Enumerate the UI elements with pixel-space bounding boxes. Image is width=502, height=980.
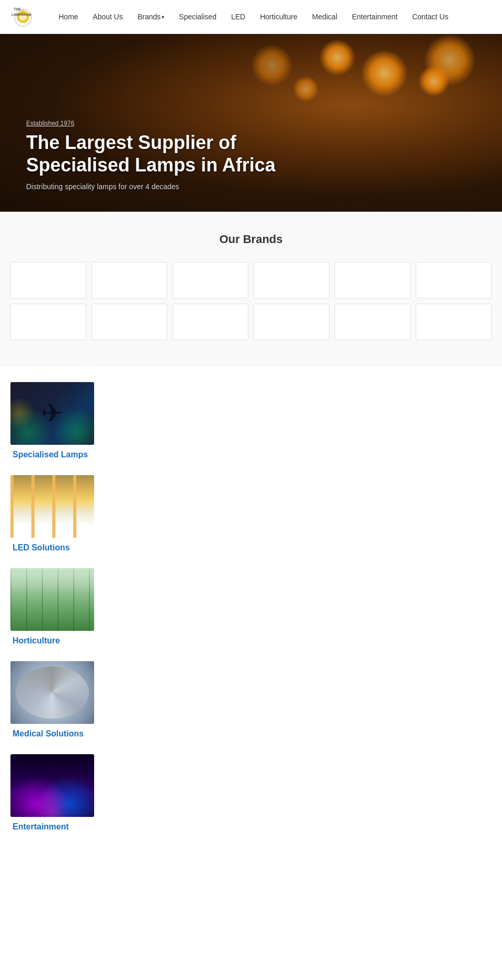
svg-text:THE: THE <box>14 7 21 11</box>
brand-logo-3[interactable] <box>173 262 248 298</box>
brands-section: Our Brands <box>0 212 502 366</box>
product-label-entertainment[interactable]: Entertainment <box>10 822 69 832</box>
chevron-down-icon: ▾ <box>162 14 164 20</box>
site-header: THE LAMPHOUSE Home About Us Brands ▾ Spe… <box>0 0 502 34</box>
bulb-decoration <box>251 44 293 86</box>
nav-horticulture[interactable]: Horticulture <box>253 8 305 25</box>
bulb-decoration <box>361 50 408 97</box>
logo[interactable]: THE LAMPHOUSE <box>10 4 36 29</box>
product-medical: Medical Solutions <box>10 661 492 739</box>
logo-icon: THE LAMPHOUSE <box>10 4 36 29</box>
nav-medical[interactable]: Medical <box>305 8 345 25</box>
brand-logo-1[interactable] <box>10 262 86 298</box>
nav-led[interactable]: LED <box>224 8 253 25</box>
nav-entertainment[interactable]: Entertainment <box>345 8 405 25</box>
nav-specialised[interactable]: Specialised <box>172 8 224 25</box>
products-section: Specialised Lamps LED Solutions Horticul… <box>0 366 502 868</box>
product-image-horticulture[interactable] <box>10 568 94 631</box>
main-nav: Home About Us Brands ▾ Specialised LED H… <box>51 8 455 25</box>
product-specialised: Specialised Lamps <box>10 382 492 459</box>
brand-logo-6[interactable] <box>416 262 492 298</box>
bulb-decoration <box>293 76 319 102</box>
hero-established: Established 1976 <box>26 120 276 127</box>
brand-logo-5[interactable] <box>335 262 410 298</box>
brand-logo-10[interactable] <box>254 304 329 340</box>
brands-title: Our Brands <box>10 233 492 246</box>
brand-logo-9[interactable] <box>173 304 248 340</box>
nav-home[interactable]: Home <box>51 8 85 25</box>
hero-title: The Largest Supplier of Specialised Lamp… <box>26 131 276 176</box>
product-entertainment: Entertainment <box>10 754 492 832</box>
brand-logo-7[interactable] <box>10 304 86 340</box>
product-image-led[interactable] <box>10 475 94 538</box>
brand-logo-11[interactable] <box>335 304 410 340</box>
svg-text:LAMPHOUSE: LAMPHOUSE <box>12 13 31 16</box>
brands-grid-row1 <box>10 262 492 298</box>
product-horticulture: Horticulture <box>10 568 492 645</box>
hero-subtitle: Distributing speciality lamps for over 4… <box>26 182 276 191</box>
product-image-entertainment[interactable] <box>10 754 94 817</box>
hero-section: Established 1976 The Largest Supplier of… <box>0 34 502 212</box>
nav-contact-us[interactable]: Contact Us <box>405 8 455 25</box>
product-label-specialised[interactable]: Specialised Lamps <box>10 450 88 459</box>
brand-logo-4[interactable] <box>254 262 329 298</box>
bulb-decoration <box>319 39 356 76</box>
brand-logo-12[interactable] <box>416 304 492 340</box>
brands-grid-row2 <box>10 304 492 340</box>
bulb-decoration <box>424 34 476 86</box>
hero-content: Established 1976 The Largest Supplier of… <box>26 120 276 191</box>
product-label-horticulture[interactable]: Horticulture <box>10 636 60 645</box>
product-led: LED Solutions <box>10 475 492 552</box>
brand-logo-8[interactable] <box>92 304 167 340</box>
nav-brands[interactable]: Brands ▾ <box>130 8 172 25</box>
product-image-medical[interactable] <box>10 661 94 724</box>
brand-logo-2[interactable] <box>92 262 167 298</box>
nav-about-us[interactable]: About Us <box>85 8 130 25</box>
product-label-led[interactable]: LED Solutions <box>10 543 70 552</box>
product-label-medical[interactable]: Medical Solutions <box>10 729 84 739</box>
product-image-specialised[interactable] <box>10 382 94 445</box>
